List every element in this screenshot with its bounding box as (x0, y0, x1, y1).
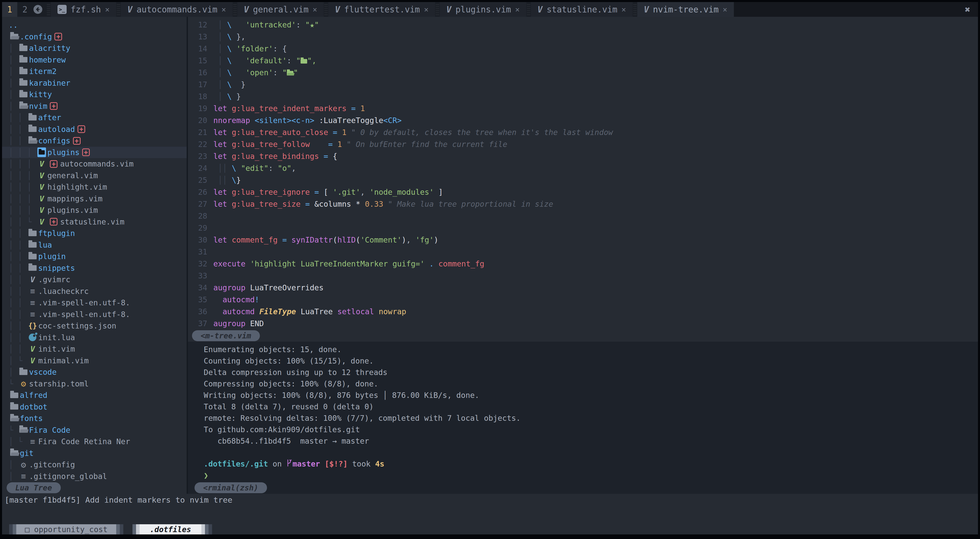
tab-nvim-tree.vim[interactable]: Vnvim-tree.vim× (637, 2, 734, 17)
tab-fzf.sh[interactable]: >_fzf.sh× (51, 2, 116, 17)
code-token (213, 295, 223, 304)
tree-item-coc-settings.json[interactable]: │ │ {}coc-settings.json (9, 320, 187, 332)
tree-item-plugins.vim[interactable]: │ │ │ Vplugins.vim (9, 204, 187, 216)
tree-item-dotbot[interactable]: dotbot (9, 401, 187, 413)
tree-item-after[interactable]: │ │ after (9, 112, 187, 124)
code-token (310, 200, 314, 208)
tree-item-fonts[interactable]: fonts (9, 413, 187, 425)
gear-glyph: ⚙ (21, 378, 26, 389)
history-back-icon[interactable] (33, 2, 46, 17)
tree-item-.luacheckrc[interactable]: │ │ ≡.luacheckrc (9, 286, 187, 297)
tree-item-init.vim[interactable]: │ │ Vinit.vim (9, 343, 187, 355)
code-token (425, 259, 429, 268)
tab-close-icon[interactable]: × (221, 5, 226, 14)
indent-guide: │ │ (9, 298, 27, 307)
tree-item-.vim-spell-en.utf-8.[interactable]: │ │ ≡.vim-spell-en.utf-8. (9, 308, 187, 320)
tmux-window-opportunity-cost[interactable]: □ opportunity_cost (16, 524, 116, 534)
tree-item-autocommands.vim[interactable]: │ │ │ V+autocommands.vim (9, 158, 187, 170)
tab-label: plugins.vim (455, 5, 511, 14)
code-line: 15 │ \ 'default': "", (188, 55, 978, 67)
folder-icon (18, 369, 29, 375)
tree-item-alacritty[interactable]: │ alacritty (9, 43, 187, 54)
tree-item-git[interactable]: git (9, 447, 187, 459)
tree-item-label: Fira Code Retina Ner (38, 437, 130, 446)
code-token (383, 200, 388, 208)
tab-close-icon[interactable]: × (312, 5, 317, 14)
tree-item-plugins[interactable]: │ │ │ plugins+ (2, 147, 187, 158)
code-token: = (305, 200, 310, 208)
code-token: "o" (278, 164, 291, 173)
indent-guide: │ │ │ (9, 148, 36, 157)
tree-item-vscode[interactable]: │ vscode (9, 366, 187, 378)
indent-guide: │ │ (9, 264, 27, 273)
indent-guide: │ │ (9, 333, 27, 342)
tree-item-.gvimrc[interactable]: │ │ V.gvimrc (9, 274, 187, 286)
code-token (227, 235, 232, 244)
tree-item-.gitignore-global[interactable]: │ ≡.gitignore_global (9, 471, 187, 482)
tree-item-minimal.vim[interactable]: │ └ Vminimal.vim (9, 355, 187, 367)
tree-item-..[interactable]: .. (9, 19, 187, 31)
code-editor[interactable]: 12 │ \ 'untracked': "★"13 │ \ },14 │ \ '… (188, 17, 978, 329)
tree-item-Fira-Code[interactable]: └ Fira Code (9, 425, 187, 436)
tree-item-init.lua[interactable]: │ │ init.lua (9, 332, 187, 343)
code-token: g:lua_tree_auto_close (232, 128, 328, 137)
vim-icon: V (335, 5, 340, 14)
tree-item-nvim[interactable]: │ nvim+ (9, 100, 187, 112)
tree-item-general.vim[interactable]: │ │ │ Vgeneral.vim (9, 170, 187, 181)
tab-autocommands.vim[interactable]: Vautocommands.vim× (121, 2, 233, 17)
tree-item-.vim-spell-en.utf-8.[interactable]: │ │ ≡.vim-spell-en.utf-8. (9, 297, 187, 308)
tree-item-snippets[interactable]: │ │ snippets (9, 262, 187, 274)
code-token: " (282, 68, 287, 77)
tree-item-iterm2[interactable]: │ iterm2 (9, 65, 187, 77)
code-token (255, 307, 259, 316)
tmux-window-dotfiles[interactable]: .dotfiles (140, 524, 201, 534)
code-token (227, 140, 232, 149)
tree-item-.gitconfig[interactable]: │ ⚙.gitconfig (9, 459, 187, 471)
tree-item-.config[interactable]: .config+ (9, 31, 187, 43)
tree-item-ftplugin[interactable]: │ │ ftplugin (9, 227, 187, 239)
tab-close-icon[interactable]: × (105, 5, 110, 14)
tree-item-starship.toml[interactable]: └ ⚙starship.toml (9, 378, 187, 390)
tab-close-icon[interactable]: × (723, 5, 727, 14)
tree-item-statusline.vim[interactable]: │ │ └ V+statusline.vim (9, 216, 187, 228)
tree-item-plugin[interactable]: │ │ plugin (9, 251, 187, 262)
code-token: = (351, 104, 356, 113)
tree-item-lua[interactable]: │ │ lua (9, 239, 187, 251)
tree-item-karabiner[interactable]: │ karabiner (9, 77, 187, 89)
tab-number-2[interactable]: 2 (17, 2, 33, 17)
code-token: , (360, 188, 369, 197)
terminal-line: Compressing objects: 100% (8/8), done. (194, 378, 978, 390)
indent-guide: │ │ │ (9, 206, 36, 215)
tree-item-homebrew[interactable]: │ homebrew (9, 54, 187, 66)
terminal-split[interactable]: Enumerating objects: 15, done. Counting … (188, 342, 978, 494)
close-all-icon[interactable]: ✖ (957, 2, 978, 17)
code-token: = (333, 128, 337, 137)
tree-item-kitty[interactable]: │ kitty (9, 89, 187, 100)
tab-close-icon[interactable]: × (622, 5, 626, 14)
vim-glyph: V (30, 275, 35, 284)
vim-icon: V (244, 5, 249, 14)
tree-item-label: plugin (38, 252, 65, 261)
terminal-output: Enumerating objects: 15, done. Counting … (194, 344, 978, 458)
code-line: 37augroup END (188, 318, 978, 329)
line-number: 37 (188, 319, 213, 328)
tree-item-alfred[interactable]: alfred (9, 390, 187, 401)
tab-plugins.vim[interactable]: Vplugins.vim× (440, 2, 526, 17)
tree-item-highlight.vim[interactable]: │ │ │ Vhighlight.vim (9, 181, 187, 193)
tab-close-icon[interactable]: × (424, 5, 428, 14)
tab-fluttertest.vim[interactable]: Vfluttertest.vim× (328, 2, 435, 17)
code-token: let (213, 235, 227, 244)
indent-guide: │ (9, 44, 18, 52)
terminal-line (194, 447, 978, 458)
tree-item-configs[interactable]: │ │ configs+ (9, 135, 187, 147)
tab-general.vim[interactable]: Vgeneral.vim× (237, 2, 324, 17)
tree-item-label: .config (20, 32, 52, 41)
tab-close-icon[interactable]: × (515, 5, 520, 14)
tree-item-Fira-Code-Retina-Ner[interactable]: │ └ ≡Fira Code Retina Ner (9, 436, 187, 447)
segment-shade (208, 524, 212, 534)
tree-item-mappings.vim[interactable]: │ │ │ Vmappings.vim (9, 193, 187, 205)
tree-item-autoload[interactable]: │ │ autoload+ (9, 124, 187, 135)
code-token: , (291, 164, 296, 173)
tab-number-1[interactable]: 1 (2, 2, 17, 17)
tab-statusline.vim[interactable]: Vstatusline.vim× (531, 2, 633, 17)
